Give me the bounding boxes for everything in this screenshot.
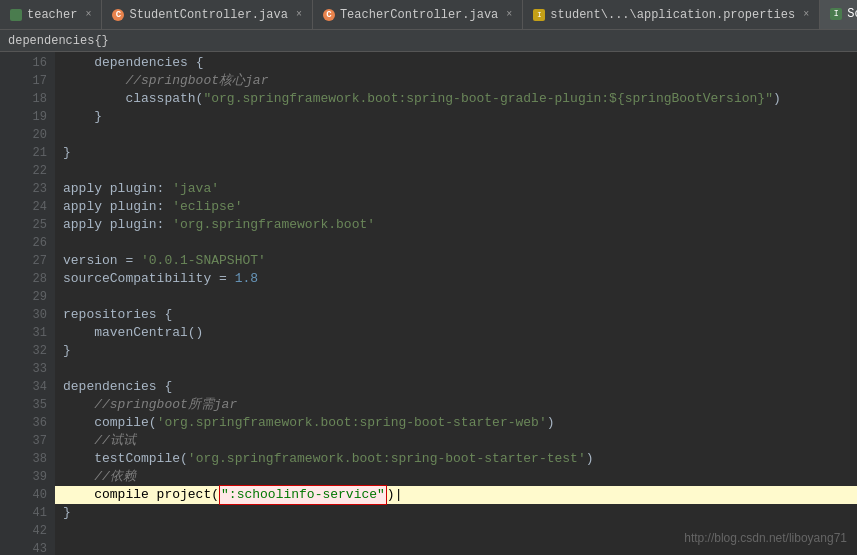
line-num-43: 43 (15, 540, 47, 555)
tab-teacher-close[interactable]: × (85, 9, 91, 20)
teacher-icon (10, 9, 22, 21)
line-num-33: 33 (15, 360, 47, 378)
ide-window: teacher × C StudentController.java × C T… (0, 0, 857, 555)
line-num-22: 22 (15, 162, 47, 180)
code-line-20 (55, 126, 857, 144)
code-line-32: } (55, 342, 857, 360)
school-service-icon: I (830, 8, 842, 20)
student-controller-icon: C (112, 9, 124, 21)
code-line-22 (55, 162, 857, 180)
editor-area: 16 17 18 19 20 21 22 23 24 25 26 27 28 2… (0, 52, 857, 555)
code-line-33 (55, 360, 857, 378)
teacher-controller-icon: C (323, 9, 335, 21)
watermark: http://blog.csdn.net/liboyang71 (684, 531, 847, 545)
tab-application-props-close[interactable]: × (803, 9, 809, 20)
code-line-27: version = '0.0.1-SNAPSHOT' (55, 252, 857, 270)
tab-student-controller[interactable]: C StudentController.java × (102, 0, 312, 30)
code-line-31: mavenCentral() (55, 324, 857, 342)
line-num-36: 36 (15, 414, 47, 432)
line-num-42: 42 (15, 522, 47, 540)
line-num-20: 20 (15, 126, 47, 144)
line-num-28: 28 (15, 270, 47, 288)
line-num-30: 30 (15, 306, 47, 324)
tab-application-props-label: student\...\application.properties (550, 8, 795, 22)
tab-teacher-controller-close[interactable]: × (506, 9, 512, 20)
line-num-26: 26 (15, 234, 47, 252)
breadcrumb: dependencies{} (0, 30, 857, 52)
code-line-41: } (55, 504, 857, 522)
line-num-29: 29 (15, 288, 47, 306)
tab-teacher-controller[interactable]: C TeacherController.java × (313, 0, 523, 30)
tab-teacher[interactable]: teacher × (0, 0, 102, 30)
tab-school-service[interactable]: I SchoolService.java × (820, 0, 857, 30)
line-num-31: 31 (15, 324, 47, 342)
code-line-34: dependencies { (55, 378, 857, 396)
line-num-18: 18 (15, 90, 47, 108)
line-num-34: 34 (15, 378, 47, 396)
code-line-40: compile project(":schoolinfo-service")| (55, 486, 857, 504)
code-line-30: repositories { (55, 306, 857, 324)
code-line-25: apply plugin: 'org.springframework.boot' (55, 216, 857, 234)
code-line-38: testCompile('org.springframework.boot:sp… (55, 450, 857, 468)
line-num-41: 41 (15, 504, 47, 522)
tab-bar: teacher × C StudentController.java × C T… (0, 0, 857, 30)
line-num-35: 35 (15, 396, 47, 414)
tab-student-controller-label: StudentController.java (129, 8, 287, 22)
line-num-21: 21 (15, 144, 47, 162)
line-num-16: 16 (15, 54, 47, 72)
code-line-18: classpath("org.springframework.boot:spri… (55, 90, 857, 108)
code-line-23: apply plugin: 'java' (55, 180, 857, 198)
code-line-39: //依赖 (55, 468, 857, 486)
code-line-35: //springboot所需jar (55, 396, 857, 414)
props-icon: I (533, 9, 545, 21)
code-line-29 (55, 288, 857, 306)
code-line-16: dependencies { (55, 54, 857, 72)
code-line-17: //springboot核心jar (55, 72, 857, 90)
tab-school-service-label: SchoolService.java (847, 7, 857, 21)
code-line-28: sourceCompatibility = 1.8 (55, 270, 857, 288)
tab-teacher-controller-label: TeacherController.java (340, 8, 498, 22)
line-num-40: 40 (15, 486, 47, 504)
breadcrumb-text: dependencies{} (8, 34, 109, 48)
code-line-19: } (55, 108, 857, 126)
line-num-23: 23 (15, 180, 47, 198)
line-num-19: 19 (15, 108, 47, 126)
code-line-26 (55, 234, 857, 252)
line-numbers: 16 17 18 19 20 21 22 23 24 25 26 27 28 2… (15, 52, 55, 555)
code-line-36: compile('org.springframework.boot:spring… (55, 414, 857, 432)
line-num-32: 32 (15, 342, 47, 360)
line-num-24: 24 (15, 198, 47, 216)
line-num-37: 37 (15, 432, 47, 450)
code-area[interactable]: dependencies { //springboot核心jar classpa… (55, 52, 857, 555)
tab-teacher-label: teacher (27, 8, 77, 22)
line-num-25: 25 (15, 216, 47, 234)
line-num-38: 38 (15, 450, 47, 468)
tab-application-props[interactable]: I student\...\application.properties × (523, 0, 820, 30)
tab-student-controller-close[interactable]: × (296, 9, 302, 20)
code-line-24: apply plugin: 'eclipse' (55, 198, 857, 216)
line-num-27: 27 (15, 252, 47, 270)
code-line-37: //试试 (55, 432, 857, 450)
code-line-21: } (55, 144, 857, 162)
editor-gutter (0, 52, 15, 555)
line-num-39: 39 (15, 468, 47, 486)
line-num-17: 17 (15, 72, 47, 90)
